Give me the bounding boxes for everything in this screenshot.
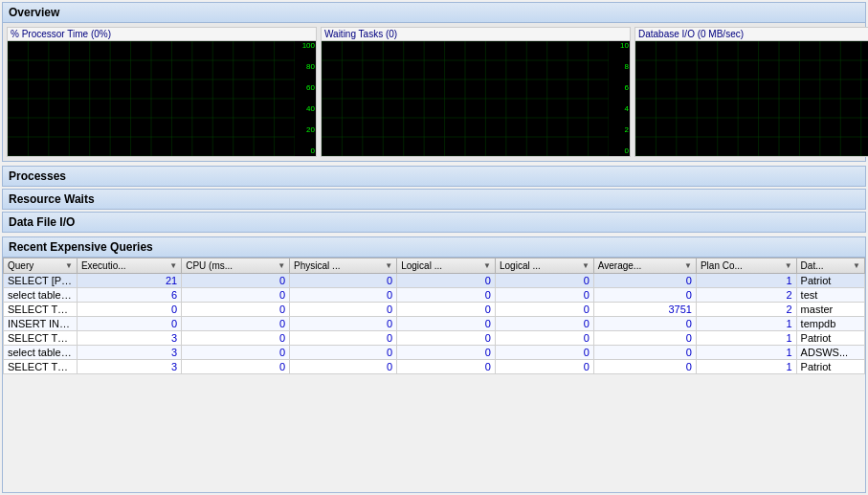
td-log2: 0 (495, 346, 593, 360)
td-phys: 0 (290, 346, 397, 360)
th-log2[interactable]: Logical ...▼ (495, 259, 593, 274)
td-query: select table_id, item_guid, oplsn_fseqno… (4, 346, 78, 360)
chart-yaxis-waiting: 1086420 (609, 41, 630, 156)
td-avg: 0 (593, 346, 696, 360)
td-log1: 0 (397, 288, 496, 303)
td-query: SELECT [Project1].[IDRecSigs] AS [IDRecS… (4, 274, 78, 288)
td-plan: 1 (696, 331, 796, 346)
main-container: Overview % Processor Time (0%)1008060402… (0, 0, 868, 495)
collapsible-section-2: Data File I/O (2, 212, 866, 233)
td-cpu: 0 (182, 274, 290, 288)
td-phys: 0 (290, 303, 397, 317)
collapsible-header-0[interactable]: Processes (3, 167, 865, 186)
th-phys[interactable]: Physical ...▼ (290, 259, 397, 274)
table-row[interactable]: SELECT [Project1].[IDRecSigs] AS [IDRecS… (4, 274, 865, 288)
th-plan[interactable]: Plan Co...▼ (696, 259, 796, 274)
td-phys: 0 (290, 360, 397, 374)
td-avg: 3751 (593, 303, 696, 317)
td-avg: 0 (593, 360, 696, 374)
td-exec: 3 (77, 331, 181, 346)
th-log1[interactable]: Logical ...▼ (397, 259, 496, 274)
td-dat: master (796, 303, 864, 317)
chart-waiting: Waiting Tasks (0)1086420 (321, 27, 631, 157)
collapsible-section-0: Processes (2, 166, 866, 187)
td-log1: 0 (397, 274, 496, 288)
td-dat: tempdb (796, 317, 864, 331)
chart-svg-waiting (322, 41, 609, 156)
queries-table: Query▼Executio...▼CPU (ms...▼Physical ..… (3, 258, 865, 374)
charts-container: % Processor Time (0%)100806040200Waiting… (3, 23, 865, 161)
td-query: SELECT TOP (1) [Extent1].[ID_Reminders] … (4, 331, 78, 346)
chart-area-dbio: 1086420 (635, 41, 868, 156)
table-row[interactable]: SELECT TOP (1) [Extent1].[ID_Reminders] … (4, 360, 865, 374)
th-exec[interactable]: Executio...▼ (77, 259, 181, 274)
chart-yaxis-processor: 100806040200 (295, 41, 316, 156)
td-log2: 0 (495, 331, 593, 346)
th-avg[interactable]: Average...▼ (593, 259, 696, 274)
td-avg: 0 (593, 274, 696, 288)
td-cpu: 0 (182, 303, 290, 317)
collapsible-header-1[interactable]: Resource Waits (3, 190, 865, 209)
overview-header: Overview (3, 3, 865, 23)
td-log1: 0 (397, 346, 496, 360)
td-plan: 2 (696, 288, 796, 303)
td-log2: 0 (495, 288, 593, 303)
td-plan: 1 (696, 346, 796, 360)
chart-area-processor: 100806040200 (8, 41, 316, 156)
collapsible-sections: ProcessesResource WaitsData File I/O (2, 166, 866, 235)
table-row[interactable]: SELECT TOP (1) [Extent1].[ID_Reminders] … (4, 331, 865, 346)
th-query[interactable]: Query▼ (4, 259, 78, 274)
chart-dbio: Database I/O (0 MB/sec)1086420 (634, 27, 868, 157)
td-plan: 2 (696, 303, 796, 317)
td-log2: 0 (495, 303, 593, 317)
chart-svg-processor (8, 41, 295, 156)
th-cpu[interactable]: CPU (ms...▼ (182, 259, 290, 274)
td-cpu: 0 (182, 331, 290, 346)
td-log2: 0 (495, 274, 593, 288)
th-dat[interactable]: Dat...▼ (796, 259, 864, 274)
chart-svg-dbio (635, 41, 868, 156)
td-exec: 0 (77, 317, 181, 331)
td-log2: 0 (495, 317, 593, 331)
td-query: select table_id, item_guid, oplsn_fseqno… (4, 288, 78, 303)
queries-section: Recent Expensive Queries Query▼Executio.… (2, 236, 866, 493)
overview-section: Overview % Processor Time (0%)1008060402… (2, 2, 866, 162)
queries-title: Recent Expensive Queries (9, 240, 153, 254)
td-exec: 0 (77, 303, 181, 317)
td-dat: Patriot (796, 360, 864, 374)
chart-title-waiting: Waiting Tasks (0) (322, 28, 630, 41)
overview-title: Overview (9, 6, 59, 19)
td-exec: 21 (77, 274, 181, 288)
table-row[interactable]: select table_id, item_guid, oplsn_fseqno… (4, 346, 865, 360)
td-phys: 0 (290, 317, 397, 331)
td-exec: 6 (77, 288, 181, 303)
collapsible-header-2[interactable]: Data File I/O (3, 213, 865, 232)
chart-processor: % Processor Time (0%)100806040200 (7, 27, 317, 157)
table-row[interactable]: SELECT TOP(100000) a.* INTO #x FROM ...0… (4, 303, 865, 317)
td-dat: Patriot (796, 331, 864, 346)
chart-title-processor: % Processor Time (0%) (8, 28, 316, 41)
td-plan: 1 (696, 317, 796, 331)
td-query: SELECT TOP (1) [Extent1].[ID_Reminders] … (4, 360, 78, 374)
td-query: INSERT INTO #am_wait_types VALUES (N'Ba.… (4, 317, 78, 331)
td-dat: Patriot (796, 274, 864, 288)
collapsible-section-1: Resource Waits (2, 189, 866, 210)
td-log1: 0 (397, 360, 496, 374)
td-plan: 1 (696, 360, 796, 374)
td-log1: 0 (397, 331, 496, 346)
table-row[interactable]: select table_id, item_guid, oplsn_fseqno… (4, 288, 865, 303)
td-dat: ADSWS... (796, 346, 864, 360)
td-plan: 1 (696, 274, 796, 288)
queries-scroll[interactable]: Query▼Executio...▼CPU (ms...▼Physical ..… (3, 258, 865, 374)
table-body: SELECT [Project1].[IDRecSigs] AS [IDRecS… (4, 274, 865, 374)
td-cpu: 0 (182, 360, 290, 374)
td-dat: test (796, 288, 864, 303)
td-query: SELECT TOP(100000) a.* INTO #x FROM ... (4, 303, 78, 317)
table-row[interactable]: INSERT INTO #am_wait_types VALUES (N'Ba.… (4, 317, 865, 331)
td-cpu: 0 (182, 346, 290, 360)
queries-header: Recent Expensive Queries (3, 237, 865, 258)
td-log1: 0 (397, 317, 496, 331)
td-avg: 0 (593, 288, 696, 303)
chart-area-waiting: 1086420 (322, 41, 630, 156)
td-log1: 0 (397, 303, 496, 317)
